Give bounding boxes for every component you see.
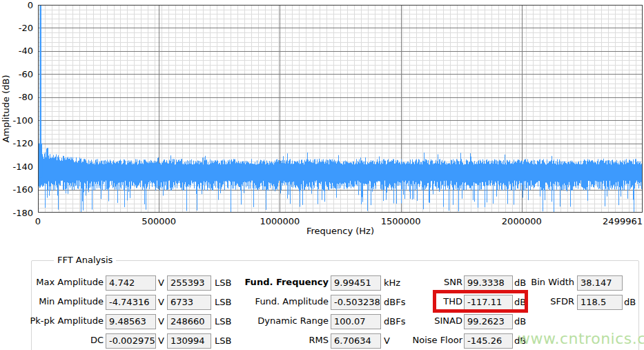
min-amplitude-v-unit: V xyxy=(158,295,164,310)
max-amplitude-v-unit: V xyxy=(158,275,164,291)
y-tick-label: -60 xyxy=(4,69,33,79)
y-tick-label: -160 xyxy=(4,184,33,195)
min-amplitude-v-field[interactable]: -4.74316 xyxy=(106,295,156,310)
y-tick-label: -140 xyxy=(4,162,33,172)
snr-label: SNR xyxy=(393,275,462,290)
max-amplitude-label: Max Amplitude xyxy=(21,275,104,290)
dc-lsb-field[interactable]: 130994 xyxy=(167,333,211,349)
thd-label: THD xyxy=(393,294,462,309)
sinad-field[interactable]: 99.2623 xyxy=(464,314,513,329)
x-tick-label: 2000000 xyxy=(502,216,542,226)
bin-width-field[interactable]: 38.147 xyxy=(577,275,623,291)
max-amplitude-lsb-field[interactable]: 255393 xyxy=(167,275,211,291)
sfdr-field[interactable]: 118.5 xyxy=(577,295,623,310)
y-tick-label: -120 xyxy=(4,138,33,148)
sinad-label: SINAD xyxy=(393,313,462,329)
y-tick-label: -40 xyxy=(4,46,33,56)
fund-amplitude-label: Fund. Amplitude xyxy=(242,294,329,309)
fft-analyzer-window: Amplitude (dB) Frequency (Hz) 0-20-40-60… xyxy=(0,0,644,350)
max-amplitude-v-field[interactable]: 4.742 xyxy=(106,275,156,291)
bin-width-label: Bin Width xyxy=(505,275,574,290)
max-amplitude-lsb-unit: LSB xyxy=(215,275,231,291)
y-tick-label: -80 xyxy=(4,92,33,102)
min-amplitude-lsb-field[interactable]: 6733 xyxy=(167,295,211,310)
noise-floor-label: Noise Floor xyxy=(393,333,462,348)
noise-floor-field[interactable]: -145.26 xyxy=(464,333,513,349)
fft-spectrum-plot xyxy=(38,5,643,213)
x-tick-label: 1000000 xyxy=(260,216,300,226)
pkpk-amplitude-lsb-field[interactable]: 248660 xyxy=(167,314,211,329)
dc-label: DC xyxy=(21,333,104,348)
dc-v-unit: V xyxy=(158,333,164,349)
y-tick-label: -100 xyxy=(4,115,33,126)
min-amplitude-lsb-unit: LSB xyxy=(215,295,231,310)
y-tick-label: -180 xyxy=(4,208,33,218)
fund-frequency-label: Fund. Frequency xyxy=(242,275,329,290)
dc-lsb-unit: LSB xyxy=(215,333,231,349)
fund-frequency-field[interactable]: 9.99451 xyxy=(331,275,381,291)
sfdr-unit: dB xyxy=(624,295,636,310)
y-tick-label: 0 xyxy=(4,0,33,10)
pkpk-amplitude-v-unit: V xyxy=(158,314,164,329)
pkpk-amplitude-label: Pk-pk Amplitude xyxy=(21,313,104,329)
watermark-text: www.cntronics.com xyxy=(518,330,644,347)
y-tick-label: -20 xyxy=(4,23,33,33)
dc-v-field[interactable]: -0.002975 xyxy=(106,333,156,349)
sinad-unit: dB xyxy=(514,314,526,329)
fund-amplitude-field[interactable]: -0.503238 xyxy=(331,295,381,310)
dynamic-range-field[interactable]: 100.07 xyxy=(331,314,381,329)
fft-analysis-title: FFT Analysis xyxy=(54,255,116,265)
pkpk-amplitude-lsb-unit: LSB xyxy=(215,314,231,329)
pkpk-amplitude-v-field[interactable]: 9.48563 xyxy=(106,314,156,329)
sfdr-label: SFDR xyxy=(505,294,574,309)
min-amplitude-label: Min Amplitude xyxy=(21,294,104,309)
x-tick-label: 1500000 xyxy=(381,216,421,226)
rms-field[interactable]: 6.70634 xyxy=(331,333,381,349)
x-axis-title: Frequency (Hz) xyxy=(38,226,643,236)
x-tick-label: 500000 xyxy=(142,216,176,226)
dynamic-range-label: Dynamic Range xyxy=(242,313,329,329)
x-tick-label: 0 xyxy=(35,216,41,226)
rms-unit: V xyxy=(384,333,390,349)
rms-label: RMS xyxy=(242,333,329,348)
x-tick-label: 2499961 xyxy=(603,216,643,226)
